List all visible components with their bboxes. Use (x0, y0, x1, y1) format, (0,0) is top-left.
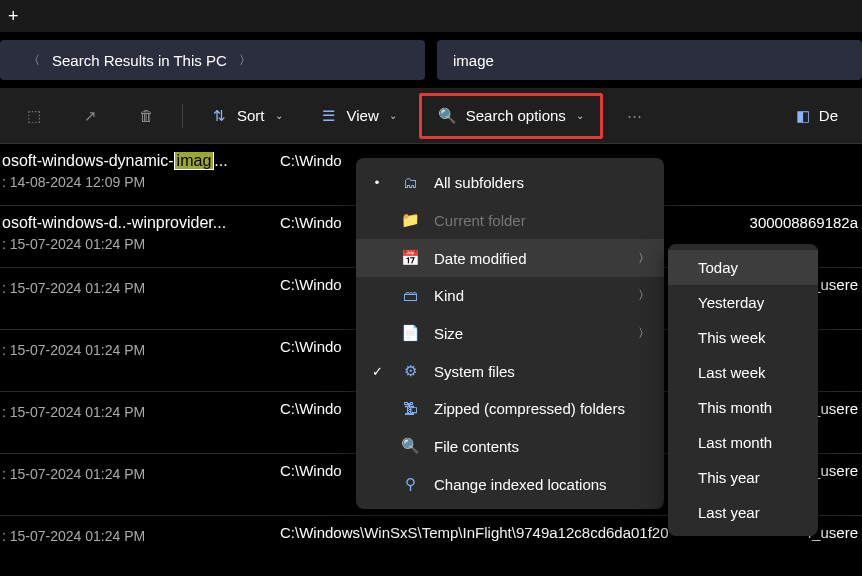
menu-date-modified[interactable]: 📅 Date modified 〉 (356, 239, 664, 277)
details-pane-button[interactable]: ◧ De (779, 98, 852, 134)
menu-size[interactable]: 📄 Size 〉 (356, 314, 664, 352)
sort-label: Sort (237, 107, 265, 124)
submenu-this-week[interactable]: This week (668, 320, 818, 355)
submenu-today[interactable]: Today (668, 250, 818, 285)
highlight: imag (174, 152, 215, 170)
search-input[interactable]: image (437, 40, 862, 80)
chevron-right-icon: 〉 (638, 325, 650, 342)
trash-icon: 🗑 (136, 106, 156, 126)
submenu-last-year[interactable]: Last year (668, 495, 818, 530)
contents-icon: 🔍 (400, 437, 420, 455)
system-icon: ⚙ (400, 362, 420, 380)
submenu-label: Yesterday (698, 294, 764, 311)
kind-icon: 🗃 (400, 287, 420, 304)
tree-icon: 🗂 (400, 174, 420, 191)
result-date: : 15-07-2024 01:24 PM (2, 280, 278, 296)
search-value: image (453, 52, 494, 69)
submenu-yesterday[interactable]: Yesterday (668, 285, 818, 320)
menu-label: System files (434, 363, 515, 380)
view-button[interactable]: ☰ View ⌄ (305, 98, 411, 134)
menu-label: File contents (434, 438, 519, 455)
chevron-down-icon: ⌄ (576, 110, 584, 121)
submenu-label: This month (698, 399, 772, 416)
chevron-down-icon: ⌄ (389, 110, 397, 121)
view-icon: ☰ (319, 106, 339, 126)
menu-zipped[interactable]: 🗜 Zipped (compressed) folders (356, 390, 664, 427)
submenu-this-year[interactable]: This year (668, 460, 818, 495)
date-modified-submenu: Today Yesterday This week Last week This… (668, 244, 818, 536)
calendar-icon: 📅 (400, 249, 420, 267)
tutorial-highlight: 🔍 Search options ⌄ (419, 93, 603, 139)
divider (182, 104, 183, 128)
result-date: : 15-07-2024 01:24 PM (2, 528, 278, 544)
check-icon: ✓ (368, 364, 386, 379)
submenu-this-month[interactable]: This month (668, 390, 818, 425)
result-date: : 15-07-2024 01:24 PM (2, 236, 278, 252)
details-pane-icon: ◧ (793, 106, 813, 126)
menu-label: Kind (434, 287, 464, 304)
new-tab-button[interactable]: + (8, 6, 19, 27)
bullet-icon: • (368, 175, 386, 190)
menu-all-subfolders[interactable]: • 🗂 All subfolders (356, 164, 664, 201)
submenu-label: This year (698, 469, 760, 486)
sort-icon: ⇅ (209, 106, 229, 126)
chevron-down-icon: ⌄ (275, 110, 283, 121)
view-label: View (347, 107, 379, 124)
result-date: : 15-07-2024 01:24 PM (2, 342, 278, 358)
menu-label: Current folder (434, 212, 526, 229)
result-date: : 15-07-2024 01:24 PM (2, 466, 278, 482)
rename-button[interactable]: ⬚ (10, 98, 58, 134)
menu-change-indexed[interactable]: ⚲ Change indexed locations (356, 465, 664, 503)
titlebar: + (0, 0, 862, 32)
menu-label: Size (434, 325, 463, 342)
menu-system-files[interactable]: ✓ ⚙ System files (356, 352, 664, 390)
menu-label: Zipped (compressed) folders (434, 400, 625, 417)
submenu-last-month[interactable]: Last month (668, 425, 818, 460)
chevron-right-icon: 〉 (239, 52, 251, 69)
result-name: osoft-windows-dynamic-imag... (2, 152, 278, 170)
submenu-label: Last month (698, 434, 772, 451)
submenu-last-week[interactable]: Last week (668, 355, 818, 390)
submenu-label: Last week (698, 364, 766, 381)
delete-button[interactable]: 🗑 (122, 98, 170, 134)
zip-icon: 🗜 (400, 400, 420, 417)
menu-label: Date modified (434, 250, 527, 267)
share-button[interactable]: ↗ (66, 98, 114, 134)
menu-label: Change indexed locations (434, 476, 607, 493)
sort-button[interactable]: ⇅ Sort ⌄ (195, 98, 297, 134)
search-options-menu: • 🗂 All subfolders 📁 Current folder 📅 Da… (356, 158, 664, 509)
breadcrumb[interactable]: 〈 Search Results in This PC 〉 (0, 40, 425, 80)
more-icon: ⋯ (625, 106, 645, 126)
search-options-icon: 🔍 (438, 106, 458, 126)
size-icon: 📄 (400, 324, 420, 342)
menu-file-contents[interactable]: 🔍 File contents (356, 427, 664, 465)
chevron-right-icon: 〉 (638, 250, 650, 267)
breadcrumb-text: Search Results in This PC (52, 52, 227, 69)
submenu-label: This week (698, 329, 766, 346)
share-icon: ↗ (80, 106, 100, 126)
result-date: : 15-07-2024 01:24 PM (2, 404, 278, 420)
folder-icon: 📁 (400, 211, 420, 229)
chevron-right-icon: 〉 (638, 287, 650, 304)
result-path: C:\Windo (278, 152, 342, 197)
result-date: : 14-08-2024 12:09 PM (2, 174, 278, 190)
submenu-label: Last year (698, 504, 760, 521)
chevron-left-icon: 〈 (28, 52, 40, 69)
menu-kind[interactable]: 🗃 Kind 〉 (356, 277, 664, 314)
search-options-label: Search options (466, 107, 566, 124)
rename-icon: ⬚ (24, 106, 44, 126)
index-icon: ⚲ (400, 475, 420, 493)
toolbar: ⬚ ↗ 🗑 ⇅ Sort ⌄ ☰ View ⌄ 🔍 Search options… (0, 88, 862, 144)
more-button[interactable]: ⋯ (611, 98, 659, 134)
menu-label: All subfolders (434, 174, 524, 191)
submenu-label: Today (698, 259, 738, 276)
address-row: 〈 Search Results in This PC 〉 image (0, 32, 862, 88)
details-label: De (819, 107, 838, 124)
search-options-button[interactable]: 🔍 Search options ⌄ (424, 98, 598, 134)
menu-current-folder[interactable]: 📁 Current folder (356, 201, 664, 239)
result-name: osoft-windows-d..-winprovider... (2, 214, 278, 232)
